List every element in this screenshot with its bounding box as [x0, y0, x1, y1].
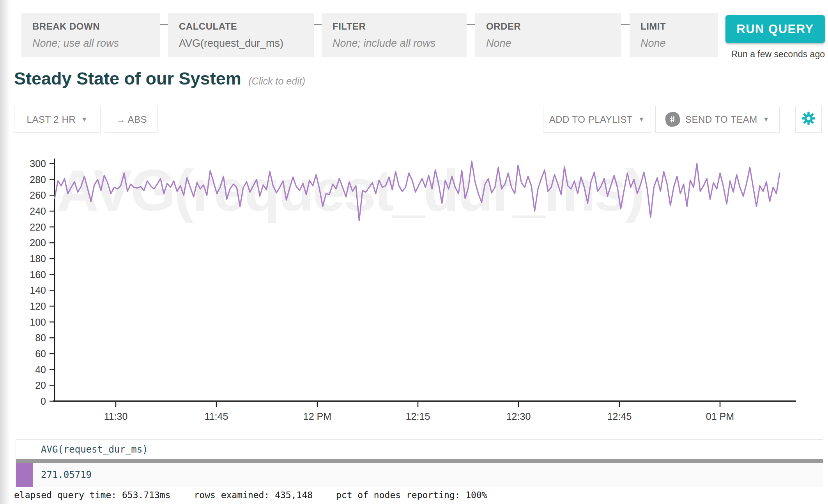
query-box-label: FILTER	[333, 21, 467, 32]
query-box-breakdown[interactable]: BREAK DOWN None; use all rows	[21, 13, 160, 57]
svg-text:280: 280	[30, 174, 46, 185]
query-box-label: LIMIT	[640, 21, 718, 32]
svg-text:80: 80	[35, 332, 46, 343]
svg-text:60: 60	[35, 348, 46, 359]
svg-text:300: 300	[30, 158, 46, 169]
results-column-header: AVG(request_dur_ms)	[33, 444, 148, 455]
chevron-down-icon: ▼	[81, 116, 88, 123]
svg-text:12:45: 12:45	[607, 411, 632, 422]
slack-hash-icon: #	[665, 111, 681, 128]
stat-rows-examined: rows examined: 435,148	[194, 490, 313, 500]
result-value: 271.05719	[33, 469, 92, 480]
svg-text:11:30: 11:30	[104, 411, 128, 422]
stat-pct-reporting: pct of nodes reporting: 100%	[336, 490, 487, 500]
abs-label: → ABS	[116, 114, 147, 125]
svg-text:01 PM: 01 PM	[706, 411, 734, 422]
svg-text:12:30: 12:30	[506, 411, 531, 422]
query-box-value: None; include all rows	[333, 37, 467, 49]
svg-text:180: 180	[30, 253, 46, 264]
run-query-button[interactable]: RUN QUERY	[725, 15, 825, 43]
results-table-header-row: AVG(request_dur_ms)	[16, 440, 823, 459]
timeseries-chart[interactable]: AVG(request_dur_ms) 02040608010012014016…	[0, 154, 828, 426]
page-title[interactable]: Steady State of our System	[14, 69, 241, 88]
add-to-playlist-dropdown[interactable]: ADD TO PLAYLIST ▼	[543, 106, 651, 133]
time-range-dropdown[interactable]: LAST 2 HR ▼	[14, 106, 101, 133]
stat-elapsed: elapsed query time: 653.713ms	[14, 490, 171, 500]
query-box-value: None; use all rows	[32, 37, 160, 49]
svg-text:240: 240	[30, 206, 46, 217]
chevron-down-icon: ▼	[638, 116, 645, 123]
send-to-team-dropdown[interactable]: # SEND TO TEAM ▼	[655, 106, 780, 133]
query-box-limit[interactable]: LIMIT None	[630, 13, 718, 57]
settings-button[interactable]	[795, 106, 822, 133]
svg-text:20: 20	[35, 380, 46, 391]
svg-text:220: 220	[30, 222, 46, 233]
chart-canvas[interactable]: 0204060801001201401601802002202402602803…	[0, 154, 828, 426]
svg-text:200: 200	[30, 237, 46, 248]
svg-text:12:15: 12:15	[406, 411, 430, 422]
abs-time-toggle-button[interactable]: → ABS	[105, 106, 158, 133]
table-row[interactable]: 271.05719	[16, 463, 823, 487]
query-box-value: AVG(request_dur_ms)	[179, 37, 314, 49]
query-box-value: None	[640, 37, 718, 49]
query-box-value: None	[486, 37, 621, 49]
query-box-calculate[interactable]: CALCULATE AVG(request_dur_ms)	[168, 13, 314, 57]
last-run-status: Run a few seconds ago	[731, 49, 825, 60]
query-box-label: BREAK DOWN	[32, 21, 160, 32]
query-stats-footer: elapsed query time: 653.713ms rows exami…	[14, 490, 505, 500]
query-page: BREAK DOWN None; use all rows CALCULATE …	[0, 0, 828, 504]
svg-text:160: 160	[30, 269, 46, 280]
query-box-order[interactable]: ORDER None	[475, 13, 621, 57]
query-box-filter[interactable]: FILTER None; include all rows	[322, 13, 467, 57]
chevron-down-icon: ▼	[763, 116, 770, 123]
add-to-playlist-label: ADD TO PLAYLIST	[549, 114, 633, 125]
time-range-label: LAST 2 HR	[27, 114, 76, 125]
series-swatch	[16, 463, 33, 487]
query-box-connector	[160, 24, 168, 25]
query-box-connector	[314, 24, 322, 25]
svg-text:120: 120	[30, 301, 46, 312]
query-box-connector	[621, 24, 630, 25]
gear-icon	[801, 111, 816, 129]
board-title-row[interactable]: Steady State of our System (Click to edi…	[14, 69, 305, 89]
results-horizontal-scrollbar[interactable]	[16, 459, 823, 463]
query-box-connector	[467, 24, 475, 25]
query-box-label: ORDER	[486, 21, 621, 32]
svg-text:0: 0	[41, 396, 46, 407]
send-to-team-label: SEND TO TEAM	[685, 114, 757, 125]
svg-text:100: 100	[30, 317, 46, 328]
svg-text:40: 40	[35, 364, 46, 375]
svg-text:260: 260	[30, 190, 46, 201]
title-edit-hint: (Click to edit)	[248, 76, 305, 86]
query-box-label: CALCULATE	[179, 21, 314, 32]
results-table: AVG(request_dur_ms) 271.05719	[16, 439, 823, 487]
svg-text:11:45: 11:45	[205, 411, 228, 422]
svg-text:140: 140	[30, 285, 46, 296]
svg-text:12 PM: 12 PM	[303, 411, 331, 422]
row-select-header-cell[interactable]	[16, 440, 33, 459]
